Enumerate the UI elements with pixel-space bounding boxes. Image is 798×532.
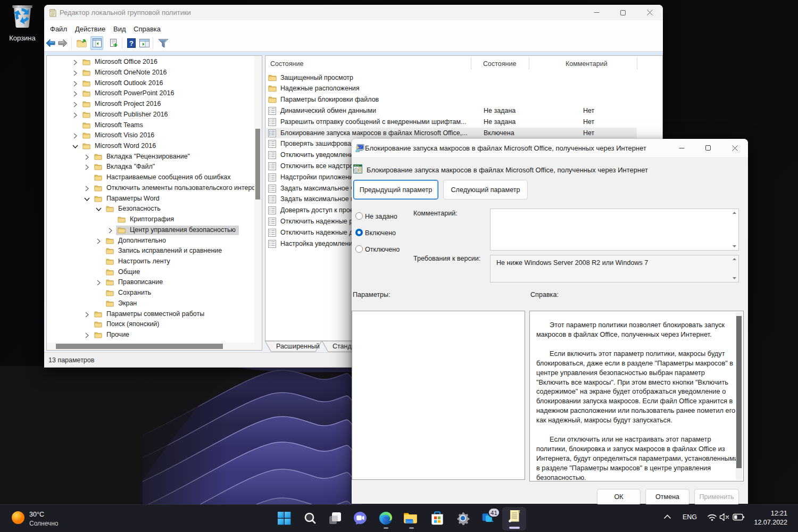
svg-text:?: ? [129,39,134,47]
